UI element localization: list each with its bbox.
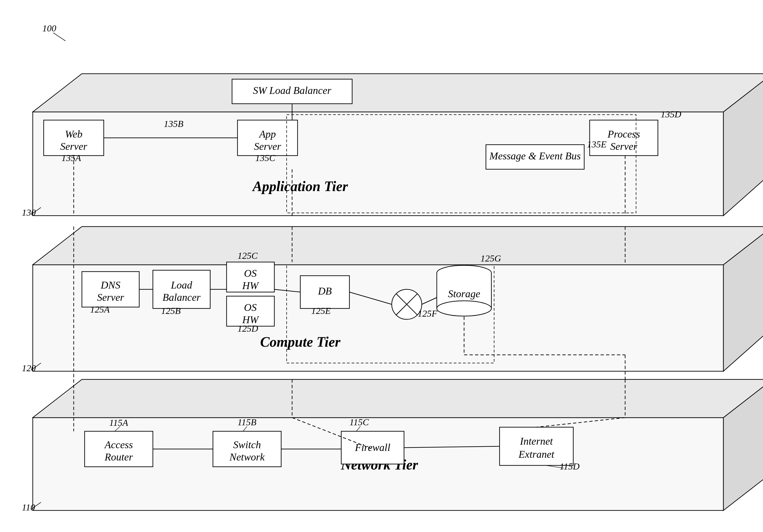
figure-number: 100 <box>42 23 56 33</box>
db-ref: 125E <box>311 306 331 316</box>
access-router-ref: 115A <box>109 418 128 428</box>
process-server-label: Process <box>607 128 640 140</box>
svg-marker-5 <box>33 227 763 265</box>
storage-cylinder-bottom <box>437 301 491 316</box>
switch-network-label2: Network <box>229 451 265 463</box>
switch-network-label: Switch <box>233 439 261 450</box>
switch-network-ref: 115B <box>238 417 256 427</box>
process-server-ref: 135D <box>661 109 681 119</box>
firewall-ref: 115C <box>349 417 369 427</box>
storage-label: Storage <box>448 288 480 299</box>
internet-extranet-label: Internet <box>520 435 553 447</box>
network-tier-ref: 110 <box>22 502 35 512</box>
ref-125f: 125F <box>418 308 438 319</box>
sw-load-balancer-label: SW Load Balancer <box>253 85 331 96</box>
compute-tier-label: Compute Tier <box>260 334 341 350</box>
load-balancer-ref: 125B <box>161 306 181 316</box>
internet-extranet-label2: Extranet <box>518 449 555 460</box>
access-router-label2: Router <box>104 451 133 463</box>
svg-line-12 <box>53 33 65 41</box>
process-server-label2: Server <box>610 141 637 152</box>
svg-marker-9 <box>33 74 763 112</box>
dns-server-label: DNS <box>100 279 120 291</box>
message-event-bus-label: Message & Event Bus <box>489 150 581 161</box>
dns-server-label2: Server <box>97 291 124 303</box>
os-hw-1-label: OS <box>244 267 257 279</box>
app-server-label: App <box>258 128 276 140</box>
ref-125c: 125C <box>238 251 258 261</box>
diagram-container: Network Tier 110 Compute Tier 120 Applic… <box>0 0 763 532</box>
ref-125d: 125D <box>238 323 258 334</box>
storage-ref: 125G <box>481 253 501 264</box>
firewall-label: Firewall <box>355 442 390 453</box>
access-router-label: Access <box>104 439 133 450</box>
db-label: DB <box>318 285 332 297</box>
svg-marker-1 <box>33 379 763 418</box>
web-server-label: Web <box>65 128 82 140</box>
load-balancer-label: Load <box>170 279 192 291</box>
os-hw-2-label: OS <box>244 302 257 313</box>
app-server-label2: Server <box>254 141 281 152</box>
ref-135b: 135B <box>164 119 183 129</box>
web-server-ref: 135A <box>61 153 81 163</box>
message-event-bus-ref: 135E <box>587 139 606 149</box>
dns-server-ref: 125A <box>90 304 110 314</box>
os-hw-1-label2: HW <box>242 280 259 291</box>
app-server-ref: 135C <box>255 153 275 163</box>
application-tier-label: Application Tier <box>252 178 348 194</box>
internet-extranet-ref: 115D <box>560 461 580 472</box>
web-server-label2: Server <box>60 141 87 152</box>
load-balancer-label2: Balancer <box>163 291 201 303</box>
